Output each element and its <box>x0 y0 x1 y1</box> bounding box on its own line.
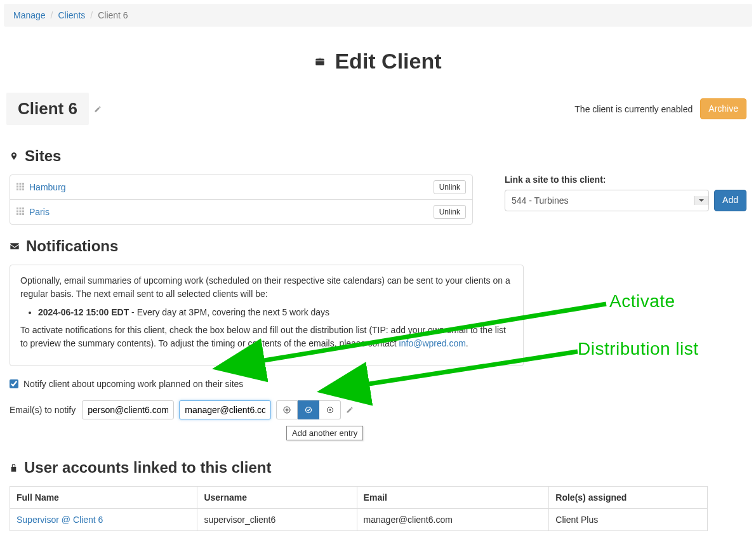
pencil-icon[interactable] <box>94 105 102 113</box>
page-title: Edit Client <box>314 49 441 74</box>
remove-email-button[interactable] <box>319 400 341 419</box>
notifications-panel: Optionally, email summaries of upcoming … <box>10 265 524 366</box>
svg-rect-9 <box>17 207 18 209</box>
check-circle-icon <box>305 406 312 414</box>
svg-rect-6 <box>17 188 18 190</box>
add-email-button[interactable] <box>276 400 298 419</box>
svg-rect-13 <box>20 211 22 213</box>
user-fullname-link[interactable]: Supervisor @ Client 6 <box>17 515 103 525</box>
list-item: Paris Unlink <box>10 200 472 224</box>
svg-rect-1 <box>20 183 22 185</box>
breadcrumb-sep-icon: / <box>51 10 53 20</box>
grip-icon[interactable] <box>17 182 24 192</box>
email-input-1[interactable] <box>82 400 174 419</box>
notifications-intro: Optionally, email summaries of upcoming … <box>20 274 513 301</box>
page-title-row: Edit Client <box>0 49 756 74</box>
breadcrumb-clients[interactable]: Clients <box>58 10 85 20</box>
svg-rect-17 <box>22 213 24 215</box>
site-link-paris[interactable]: Paris <box>29 207 50 217</box>
grip-icon[interactable] <box>17 207 24 217</box>
client-name: Client 6 <box>6 93 89 125</box>
col-username: Username <box>197 487 357 509</box>
x-circle-icon <box>326 406 334 414</box>
lock-icon <box>10 463 18 473</box>
svg-rect-4 <box>20 186 22 188</box>
col-fullname: Full Name <box>10 487 197 509</box>
confirm-email-button[interactable] <box>298 400 319 419</box>
users-heading: User accounts linked to this client <box>10 459 746 477</box>
svg-rect-10 <box>20 207 22 209</box>
annotation-activate-label: Activate <box>609 291 675 312</box>
svg-rect-15 <box>17 213 18 215</box>
svg-rect-8 <box>22 188 24 190</box>
add-site-button[interactable]: Add <box>714 190 746 211</box>
map-pin-icon <box>10 150 18 162</box>
site-link-hamburg[interactable]: Hamburg <box>29 182 66 192</box>
envelope-icon <box>10 242 20 250</box>
users-table: Full Name Username Email Role(s) assigne… <box>10 486 708 531</box>
table-row: Supervisor @ Client 6 supervisor_client6… <box>10 509 708 531</box>
breadcrumb-current: Client 6 <box>98 10 128 20</box>
list-item: Hamburg Unlink <box>10 175 472 200</box>
plus-circle-icon <box>283 406 291 414</box>
page-title-text: Edit Client <box>335 49 441 74</box>
contact-email-link[interactable]: info@wpred.com <box>399 338 466 348</box>
svg-rect-11 <box>22 207 24 209</box>
notify-checkbox-label: Notify client about upcoming work planne… <box>23 379 243 389</box>
email-input-2[interactable] <box>179 400 271 419</box>
svg-rect-7 <box>20 188 22 190</box>
breadcrumb-manage[interactable]: Manage <box>13 10 46 20</box>
svg-rect-3 <box>17 186 18 188</box>
notify-checkbox[interactable] <box>10 379 18 388</box>
col-email: Email <box>357 487 549 509</box>
notifications-heading: Notifications <box>10 237 746 255</box>
sites-section: Sites Hamburg Unlink <box>0 141 756 231</box>
notifications-instructions: To activate notifications for this clien… <box>20 324 513 350</box>
svg-rect-2 <box>22 183 24 185</box>
chevron-down-icon <box>694 196 708 205</box>
annotation-distlist-label: Distribution list <box>578 339 699 359</box>
site-select-value: 544 - Turbines <box>512 195 569 206</box>
unlink-button[interactable]: Unlink <box>434 180 466 194</box>
unlink-button[interactable]: Unlink <box>434 205 466 219</box>
schedule-description: - Every day at 3PM, covering the next 5 … <box>129 307 329 317</box>
sites-heading: Sites <box>10 147 746 165</box>
notifications-section: Notifications Optionally, email summarie… <box>0 231 756 433</box>
client-header: Client 6 The client is currently enabled… <box>0 93 756 141</box>
tooltip-add-entry: Add another entry <box>286 426 363 440</box>
svg-rect-0 <box>17 183 18 185</box>
link-site-label: Link a site to this client: <box>505 174 746 185</box>
col-roles: Role(s) assigned <box>549 487 708 509</box>
users-section: User accounts linked to this client Full… <box>0 452 756 533</box>
breadcrumb-sep-icon: / <box>90 10 93 20</box>
emails-label: Email(s) to notify <box>10 405 76 415</box>
breadcrumb: Manage / Clients / Client 6 <box>4 4 752 27</box>
archive-button[interactable]: Archive <box>700 98 746 120</box>
site-select[interactable]: 544 - Turbines <box>505 190 709 211</box>
site-list: Hamburg Unlink Paris Unlink <box>10 174 473 225</box>
schedule-datetime: 2024-06-12 15:00 EDT <box>38 307 129 317</box>
notifications-schedule: 2024-06-12 15:00 EDT - Every day at 3PM,… <box>38 307 513 317</box>
briefcase-icon <box>314 56 326 67</box>
client-status-text: The client is currently enabled <box>574 104 693 114</box>
user-email: manager@client6.com <box>357 509 549 531</box>
svg-rect-14 <box>22 211 24 213</box>
sites-heading-text: Sites <box>25 147 61 165</box>
svg-rect-12 <box>17 211 18 213</box>
svg-rect-5 <box>22 186 24 188</box>
pencil-icon[interactable] <box>346 406 354 414</box>
user-username: supervisor_client6 <box>197 509 357 531</box>
svg-rect-16 <box>20 213 22 215</box>
users-heading-text: User accounts linked to this client <box>24 459 271 477</box>
notifications-heading-text: Notifications <box>26 237 118 255</box>
user-roles: Client Plus <box>549 509 708 531</box>
